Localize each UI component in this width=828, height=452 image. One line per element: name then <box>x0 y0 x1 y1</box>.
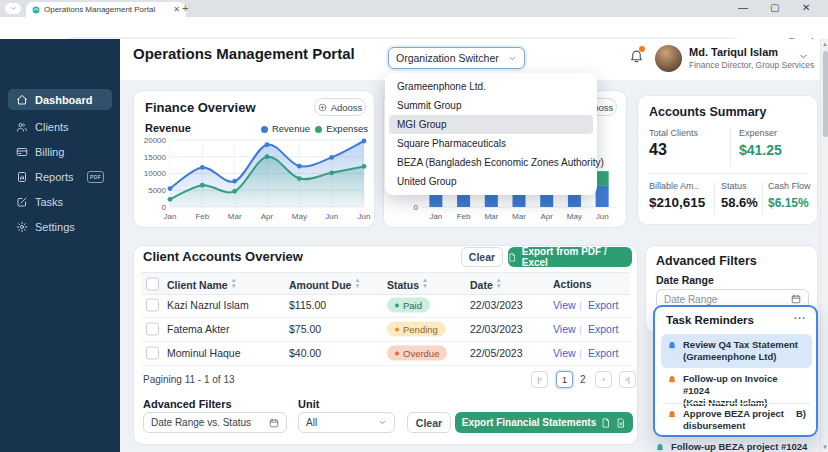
cell-amount: $75.00 <box>289 323 321 335</box>
finance-adooss-button[interactable]: Adooss <box>314 98 366 116</box>
org-option-beza[interactable]: BEZA (Bangladesh Economic Zones Authorit… <box>385 153 597 172</box>
users-icon <box>16 121 28 133</box>
scroll-up-icon[interactable]: ▲ <box>822 41 828 47</box>
col-amount-due[interactable]: Amount Due▲▼ <box>289 277 360 291</box>
page-title: Operations Management Portal <box>133 45 355 62</box>
new-tab-button[interactable]: + <box>182 3 188 14</box>
table-export-button[interactable]: Export from PDF / Excel <box>508 247 632 267</box>
task-item-partial[interactable]: Follow-up BEZA project #1024 <box>655 441 815 452</box>
legend-expenses: Expenses <box>315 123 368 134</box>
accounts-summary-card: Accounts Summary Total Clients 43 Expens… <box>637 95 818 225</box>
org-switcher-select[interactable]: Organization Switcher <box>388 47 525 69</box>
sidebar-item-dashboard[interactable]: Dashboard <box>8 89 112 110</box>
sidebar-item-reports[interactable]: Reports PDF <box>8 166 112 187</box>
cell-client-name: Mominul Haque <box>167 347 241 359</box>
browser-tab[interactable]: Operations Management Portal ✕ <box>26 2 186 17</box>
org-option-grameenphone[interactable]: Grameenphone Ltd. <box>385 77 597 96</box>
action-divider: | <box>579 299 582 311</box>
window-close-button[interactable]: ✕ <box>802 1 810 15</box>
svg-text:Feb: Feb <box>195 212 209 221</box>
view-link[interactable]: View <box>553 347 576 359</box>
action-divider: | <box>579 347 582 359</box>
col-status[interactable]: Status▲▼ <box>387 277 428 291</box>
col-client-name[interactable]: Client Name▲▼ <box>167 277 237 291</box>
org-dropdown-menu: Grameenphone Ltd. Summit Group MGI Group… <box>385 73 597 195</box>
date-range-status-input[interactable]: Date Range vs. Status <box>143 412 287 433</box>
tab-close-icon[interactable]: ✕ <box>173 5 180 14</box>
export-link[interactable]: Export <box>588 323 618 335</box>
view-link[interactable]: View <box>553 299 576 311</box>
filters-clear-button[interactable]: Clear <box>407 412 451 433</box>
org-option-square[interactable]: Square Pharmaceuticals <box>385 134 597 153</box>
row-checkbox[interactable] <box>146 347 159 360</box>
sort-icon[interactable]: ▲▼ <box>354 277 360 289</box>
sort-icon[interactable]: ▲▼ <box>231 277 237 289</box>
export-link[interactable]: Export <box>588 347 618 359</box>
task-text: Follow-up BEZA project #1024 <box>671 441 807 452</box>
table-clear-button[interactable]: Clear <box>461 247 503 267</box>
export-link[interactable]: Export <box>588 299 618 311</box>
pagination-page-2[interactable]: 2 <box>580 374 586 385</box>
sidebar-item-label: Dashboard <box>35 94 92 106</box>
task-item[interactable]: Approve BEZA projectdisbursement B) <box>661 408 812 432</box>
client-accounts-title: Client Accounts Overview <box>143 249 303 264</box>
table-row[interactable]: Kazi Nazrul Islam $115.00 Paid 22/03/202… <box>141 293 630 318</box>
pagination-page-1[interactable]: 1 <box>556 371 573 388</box>
task-item[interactable]: Review Q4 Tax Statement(Grameenphone Ltd… <box>661 334 812 368</box>
sidebar-item-settings[interactable]: Settings <box>8 216 112 237</box>
user-menu-chevron-icon[interactable] <box>798 51 809 62</box>
org-switcher-label: Organization Switcher <box>396 52 499 64</box>
unit-select[interactable]: All <box>298 412 395 433</box>
screen: Operations Management Portal ✕ + — ▢ ✕ l… <box>0 0 828 452</box>
svg-text:Mar: Mar <box>512 212 526 221</box>
table-row[interactable]: Mominul Haque $40.00 Overdue 22/05/2023 … <box>141 341 630 366</box>
task-menu-icon[interactable]: ... <box>794 309 806 321</box>
tab-title: Operations Management Portal <box>44 5 169 14</box>
bell-icon-teal <box>655 442 665 452</box>
org-option-mgi[interactable]: MGI Group <box>389 115 593 134</box>
edit-square-icon <box>16 196 28 208</box>
pagination-first-button[interactable]: |‹ <box>531 371 548 388</box>
file-excel-icon <box>616 418 626 428</box>
org-option-united[interactable]: United Group <box>385 172 597 191</box>
tab-search-button[interactable] <box>5 3 21 14</box>
page-scrollbar[interactable]: ▲ ▼ <box>820 39 828 452</box>
sidebar-item-clients[interactable]: Clients <box>8 116 112 137</box>
pagination-next-button[interactable]: › <box>595 371 612 388</box>
status-badge: Paid <box>387 298 430 313</box>
finance-adooss-label: Adooss <box>331 102 363 113</box>
scroll-down-icon[interactable]: ▼ <box>822 444 828 450</box>
sidebar-item-label: Tasks <box>35 196 63 208</box>
row-checkbox[interactable] <box>146 323 159 336</box>
sort-icon[interactable]: ▲▼ <box>496 277 502 289</box>
window-minimize-button[interactable]: — <box>738 1 748 15</box>
view-link[interactable]: View <box>553 323 576 335</box>
bell-icon-blue <box>667 340 677 350</box>
svg-text:Jan: Jan <box>429 212 442 221</box>
sidebar-item-billing[interactable]: Billing <box>8 141 112 162</box>
finance-overview-title: Finance Overview <box>145 100 256 115</box>
pagination-last-button[interactable]: ›| <box>619 371 636 388</box>
select-all-checkbox[interactable] <box>146 277 159 290</box>
svg-text:Jan: Jan <box>164 212 177 221</box>
sort-icon[interactable]: ▲▼ <box>422 277 428 289</box>
sidebar-item-tasks[interactable]: Tasks <box>8 191 112 212</box>
legend-dot-expenses <box>315 126 322 133</box>
accounts-summary-title: Accounts Summary <box>649 105 766 119</box>
user-avatar[interactable] <box>655 45 682 72</box>
svg-text:Jun: Jun <box>358 212 371 221</box>
window-maximize-button[interactable]: ▢ <box>770 1 779 15</box>
date-range-placeholder: Date Range <box>664 294 717 305</box>
cell-date: 22/03/2023 <box>470 299 523 311</box>
col-date[interactable]: Date▲▼ <box>470 277 502 291</box>
export-financial-statements-button[interactable]: Export Financial Statements <box>455 412 633 433</box>
org-option-summit[interactable]: Summit Group <box>385 96 597 115</box>
svg-text:Mar: Mar <box>228 212 242 221</box>
chevron-down-icon <box>508 54 517 63</box>
svg-text:Feb: Feb <box>457 212 471 221</box>
table-row[interactable]: Fatema Akter $75.00 Pending 22/03/2023 V… <box>141 317 630 342</box>
row-checkbox[interactable] <box>146 299 159 312</box>
notification-bell-button[interactable] <box>629 48 644 67</box>
scrollbar-thumb[interactable] <box>823 51 828 137</box>
report-document-icon <box>16 171 28 183</box>
